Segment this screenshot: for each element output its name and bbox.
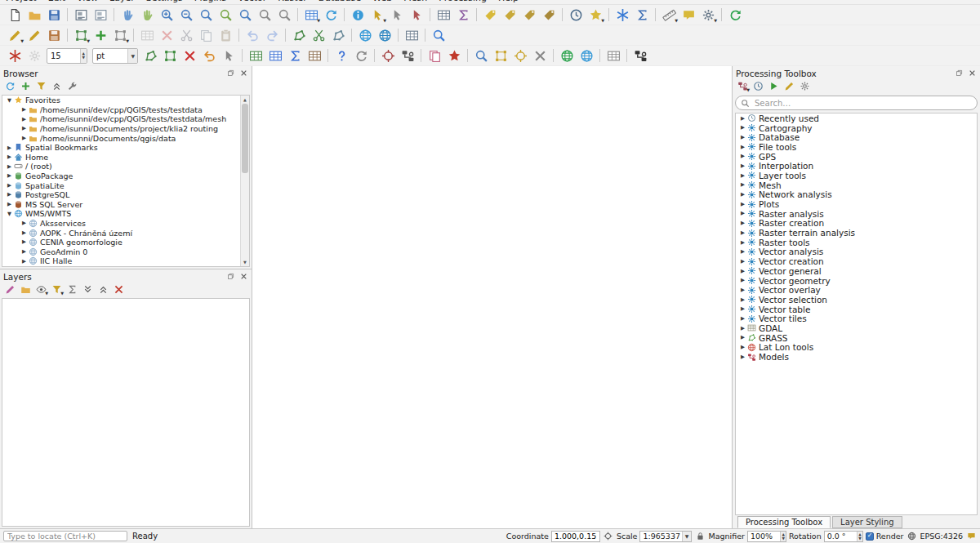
attribute-grid[interactable] [403,26,421,44]
current-edits[interactable] [6,26,24,44]
expander-icon[interactable] [738,335,747,340]
statistical-summary[interactable] [454,6,472,24]
processing-tree-item[interactable]: Vector overlay [736,285,977,295]
cut-features[interactable] [177,26,195,44]
processing-tree-item[interactable]: Database [736,132,977,142]
split-features[interactable] [310,26,327,44]
globe-tool-1[interactable] [558,47,576,65]
browser-tree-item[interactable]: MS SQL Server [2,200,249,210]
identify-tool[interactable] [379,47,397,65]
plugin-tool-3[interactable] [141,47,159,65]
collapse-all[interactable] [96,283,110,296]
browser-tree-item[interactable]: AOPK - Chráněná území [2,228,249,238]
processing-tree-item[interactable]: Vector geometry [736,276,977,286]
select-radius-tool[interactable] [511,47,529,65]
edit-features-in-place[interactable] [782,79,796,93]
plugin-tool-4[interactable] [161,47,179,65]
expander-icon[interactable] [738,116,747,122]
table-tool-2[interactable] [266,47,284,65]
dock-tab[interactable]: Layer Styling [832,516,902,528]
temporal-controller[interactable] [567,6,585,24]
browser-tree-item[interactable]: GeoAdmin 0 [2,247,249,257]
pan-map[interactable] [118,6,136,24]
browser-tree-item[interactable]: PostgreSQL [2,190,249,200]
expander-icon[interactable] [20,136,29,141]
refresh-browser[interactable] [3,79,17,93]
expander-icon[interactable] [5,211,14,217]
expander-icon[interactable] [20,107,29,113]
identify-features[interactable] [349,6,367,24]
messages-icon[interactable] [965,531,977,542]
select-by-expression[interactable] [388,6,406,24]
history[interactable] [751,79,765,93]
processing-tree-item[interactable]: File tools [736,142,977,152]
menu-item[interactable]: Database [313,0,368,3]
plugin-spinbox[interactable]: 15 ▲▼ [47,48,87,64]
rotation-spin[interactable]: 0.0 ° ▲▼ [824,531,863,542]
undock-icon[interactable] [225,272,235,282]
browser-tree-item[interactable]: /home/isunni/Documents/qgis/data [2,133,249,143]
close-icon[interactable] [967,69,977,78]
expander-icon[interactable] [738,230,747,236]
spin-arrows-icon[interactable]: ▲▼ [780,532,785,541]
expander-icon[interactable] [738,163,747,169]
search-input[interactable] [753,98,972,109]
save-layer-edits[interactable] [45,26,63,44]
browser-tree-item[interactable]: /home/isunni/dev/cpp/QGIS/tests/testdata… [2,114,249,124]
expander-icon[interactable] [5,173,14,179]
menu-item[interactable]: View [71,0,104,3]
undo[interactable] [243,26,261,44]
coordinate-input[interactable] [551,531,600,542]
sync-tool[interactable] [352,47,370,65]
remove-layer[interactable] [112,283,126,296]
filter-by-expression[interactable] [65,283,79,296]
open-attribute-table[interactable] [434,6,452,24]
menu-item[interactable]: Project [0,0,42,3]
undock-icon[interactable] [225,69,235,78]
toggle-extents-icon[interactable] [603,531,614,542]
add-selected-layers[interactable] [19,79,33,93]
expander-icon[interactable] [738,220,747,226]
browser-tree-item[interactable]: Aksservices [2,219,249,229]
annotations[interactable] [699,6,717,24]
expander-icon[interactable] [20,259,29,265]
crs-globe-icon[interactable] [906,531,917,542]
digitize-with-segment[interactable] [72,26,90,44]
scroll-down-icon[interactable]: ▼ [241,258,249,266]
render-checkbox[interactable] [866,532,874,541]
expander-icon[interactable] [5,192,14,198]
dock-tab[interactable]: Processing Toolbox [737,516,831,528]
menu-item[interactable]: Layer [104,0,140,3]
zoom-to-layer[interactable] [236,6,254,24]
osm-download[interactable] [376,26,394,44]
refresh-map[interactable] [322,6,340,24]
browser-tree-item[interactable]: /home/isunni/dev/cpp/QGIS/tests/testdata [2,105,249,115]
expander-icon[interactable] [20,239,29,245]
expander-icon[interactable] [5,154,14,160]
menu-item[interactable]: Plugins [189,0,232,3]
browser-tree-item[interactable]: Home [2,153,249,162]
expander-icon[interactable] [738,125,747,131]
menu-item[interactable]: Processing [433,0,492,3]
collapse-all[interactable] [50,79,64,93]
scroll-up-icon[interactable]: ▲ [241,96,249,104]
add-group[interactable] [19,283,33,296]
expander-icon[interactable] [738,259,747,265]
highlight-pinned-labels[interactable] [540,6,558,24]
add-feature[interactable] [91,26,109,44]
processing-tree-item[interactable]: Raster creation [736,219,977,229]
expander-icon[interactable] [738,297,747,303]
expander-icon[interactable] [738,249,747,255]
locate-input[interactable] [3,531,127,541]
zoom-out[interactable] [177,6,195,24]
show-properties-widget[interactable] [65,79,79,93]
delete-selected[interactable] [158,26,176,44]
browser-tree-item[interactable]: IIC Halle [2,256,249,266]
expander-icon[interactable] [738,240,747,246]
map-canvas[interactable] [252,66,732,528]
processing-tree-item[interactable]: Vector general [736,266,977,276]
processing-search[interactable] [735,96,978,110]
toggle-editing[interactable] [25,26,43,44]
expander-icon[interactable] [5,145,14,151]
table-tool-3[interactable] [286,47,304,65]
